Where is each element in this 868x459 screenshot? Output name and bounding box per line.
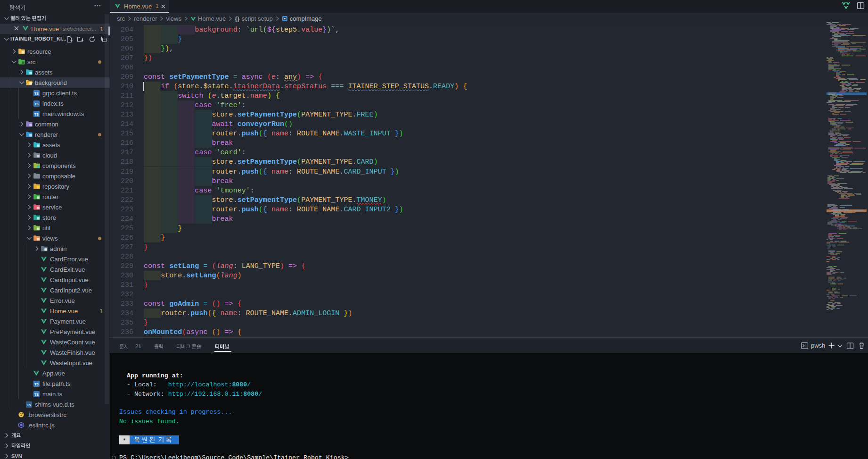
svg-text:TS: TS [27, 403, 31, 406]
svg-text:TS: TS [34, 102, 39, 105]
svg-text:TS: TS [34, 112, 39, 116]
svg-text:TS: TS [34, 392, 39, 396]
svg-text:TS: TS [34, 92, 39, 95]
svg-text:TS: TS [34, 382, 39, 385]
